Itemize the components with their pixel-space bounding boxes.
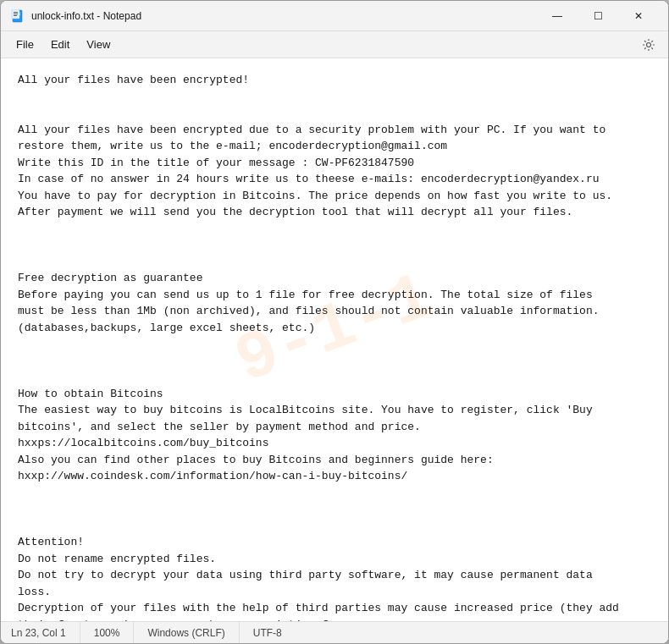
- settings-button[interactable]: [636, 32, 661, 58]
- svg-rect-7: [14, 15, 17, 16]
- encoding: UTF-8: [240, 622, 296, 643]
- status-bar: Ln 23, Col 1 100% Windows (CRLF) UTF-8: [1, 621, 668, 643]
- window-title: unlock-info.txt - Notepad: [31, 10, 538, 22]
- close-button[interactable]: ✕: [619, 3, 658, 29]
- zoom-level: 100%: [80, 622, 135, 643]
- window-controls: — ☐ ✕: [538, 3, 658, 29]
- editor-area[interactable]: 9-1-1 All your files have been encrypted…: [1, 58, 668, 621]
- app-icon: [11, 9, 25, 23]
- menu-view[interactable]: View: [78, 35, 119, 54]
- editor-content: All your files have been encrypted! All …: [18, 72, 651, 621]
- maximize-button[interactable]: ☐: [578, 3, 617, 29]
- notepad-window: unlock-info.txt - Notepad — ☐ ✕ File Edi…: [0, 0, 669, 644]
- title-bar: unlock-info.txt - Notepad — ☐ ✕: [1, 1, 668, 31]
- menu-bar: File Edit View: [1, 31, 668, 58]
- svg-point-8: [647, 42, 651, 47]
- cursor-position: Ln 23, Col 1: [11, 622, 80, 643]
- menu-edit[interactable]: Edit: [42, 35, 78, 54]
- svg-rect-5: [14, 12, 18, 13]
- svg-rect-6: [14, 14, 18, 14]
- menu-file[interactable]: File: [8, 35, 42, 54]
- gear-icon: [642, 38, 655, 52]
- line-ending: Windows (CRLF): [134, 622, 239, 643]
- minimize-button[interactable]: —: [538, 3, 577, 29]
- menu-bar-right: [636, 32, 661, 58]
